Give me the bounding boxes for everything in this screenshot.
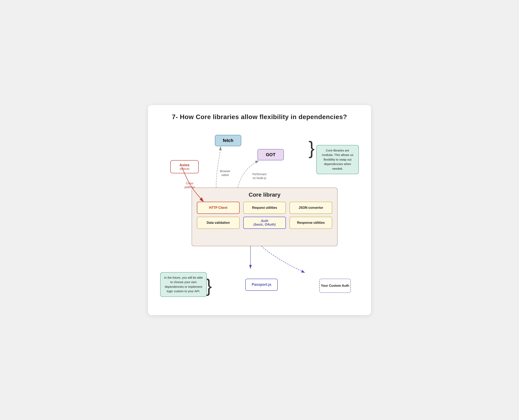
main-canvas: 7- How Core libraries allow flexibility … <box>148 105 371 315</box>
custom-auth-box: Your Custom Auth <box>319 279 351 293</box>
note-top-right: Core libraries are modular. This allows … <box>316 145 359 174</box>
brace-right-top: } <box>309 139 315 157</box>
core-library-title: Core library <box>192 192 337 198</box>
data-validation-box: Data validation <box>197 217 240 229</box>
got-box: GOT <box>257 149 284 160</box>
page-title: 7- How Core libraries allow flexibility … <box>160 113 359 121</box>
fetch-box: fetch <box>215 135 241 146</box>
request-utilities-box: Request utilities <box>243 202 286 214</box>
label-browser-native: Browsernative <box>220 169 230 177</box>
axios-box: Axios (default) <box>170 160 199 173</box>
note-bottom-left: In the future, you will be able to choos… <box>160 272 207 297</box>
passport-box: Passport.js <box>245 279 278 291</box>
response-utilities-box: Response utilities <box>289 217 332 229</box>
diagram-area: fetch GOT Axios (default) Core libraries… <box>160 129 359 303</box>
label-performant-nodejs: Performanton Node.js <box>252 172 266 180</box>
core-library-container: Core library HTTP Client Request utiliti… <box>192 188 338 246</box>
core-grid: HTTP Client Request utilities JSON conve… <box>192 202 337 234</box>
json-convertor-box: JSON convertor <box>289 202 332 214</box>
label-cross-platform: Crossplatform <box>185 181 195 189</box>
auth-box: Auth(basic, OAuth) <box>243 217 286 229</box>
http-client-box: HTTP Client <box>197 202 240 214</box>
